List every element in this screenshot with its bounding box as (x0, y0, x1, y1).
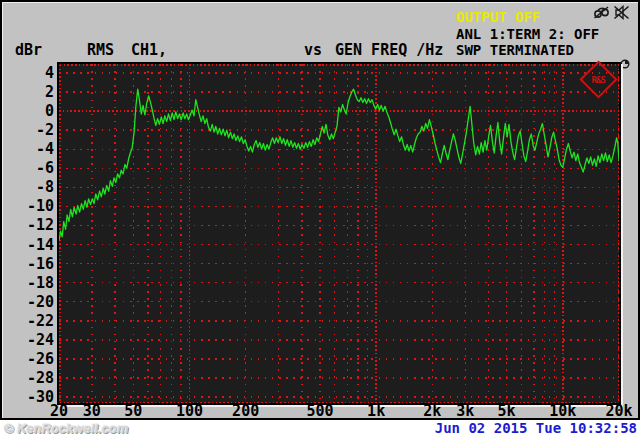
y-tick-label: -30 (17, 389, 54, 405)
response-chart (59, 64, 619, 403)
x-tick-label: 50 (111, 404, 155, 419)
y-tick-label: 2 (17, 84, 54, 100)
y-tick-label: -22 (17, 313, 54, 329)
output-status: OUTPUT OFF (456, 10, 540, 24)
y-tick-label: -28 (17, 370, 54, 386)
x-tick-label: 5k (485, 404, 529, 419)
watermark: © KenRockwell.com (4, 421, 128, 436)
plot-area: R&S (57, 62, 621, 405)
sweep-status: SWP TERMINATED (456, 43, 574, 57)
y-tick-label: -14 (17, 237, 54, 253)
speaker-muted-icon (613, 5, 630, 20)
y-tick-label: -18 (17, 275, 54, 291)
y-tick-label: -10 (17, 198, 54, 214)
y-tick-label: 4 (17, 65, 54, 81)
channel-label: CH1, (131, 43, 167, 57)
x-tick-label: 500 (298, 404, 342, 419)
response-trace (59, 89, 619, 241)
x-tick-label: 30 (70, 404, 114, 419)
analyzer-screen: OUTPUT OFF ANL 1:TERM 2: OFF SWP TERMINA… (0, 0, 640, 436)
window-highlight-top (2, 2, 638, 3)
vs-label: vs (304, 43, 322, 57)
x-tick-label: 20k (597, 404, 640, 419)
y-tick-label: -20 (17, 294, 54, 310)
x-tick-label: 1k (354, 404, 398, 419)
x-tick-label: 200 (224, 404, 268, 419)
datetime-label: Jun 02 2015 Tue 10:32:58 (435, 420, 637, 436)
status-icon-group (593, 5, 630, 20)
y-tick-label: -26 (17, 351, 54, 367)
y-tick-label: 0 (17, 103, 54, 119)
sweep-progress-icon (620, 59, 630, 69)
y-tick-label: -24 (17, 332, 54, 348)
measurement-function-label: RMS (87, 43, 114, 57)
x-tick-label: 3k (443, 404, 487, 419)
y-tick-label: -8 (17, 179, 54, 195)
y-tick-label: -4 (17, 141, 54, 157)
x-tick-label: 10k (541, 404, 585, 419)
window-highlight-left (2, 2, 3, 418)
x-tick-label: 100 (167, 404, 211, 419)
analyzer-status: ANL 1:TERM 2: OFF (456, 27, 599, 41)
rohde-schwarz-logo-text: R&S (592, 74, 605, 84)
y-tick-label: -12 (17, 217, 54, 233)
headphone-muted-icon (593, 5, 610, 20)
y-tick-label: -6 (17, 160, 54, 176)
x-axis-title: GEN FREQ /Hz (335, 43, 443, 57)
y-tick-label: -16 (17, 256, 54, 272)
y-axis-unit-label: dBr (15, 43, 42, 57)
y-tick-label: -2 (17, 122, 54, 138)
